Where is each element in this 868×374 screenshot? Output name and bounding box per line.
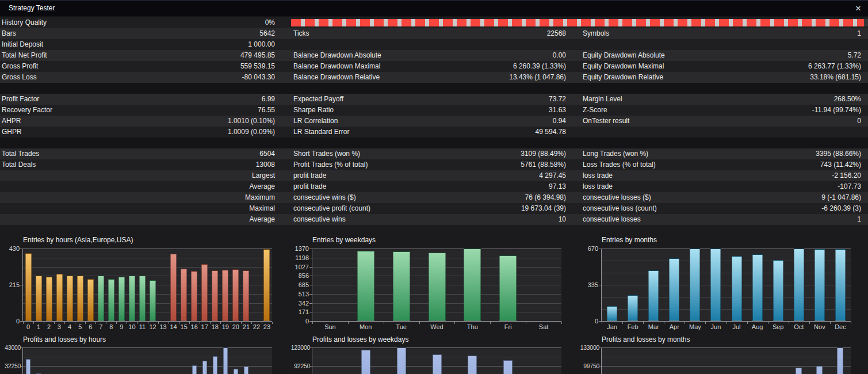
bar-3	[56, 274, 63, 321]
stat-value: 33.18% (681.15)	[700, 72, 861, 83]
stat-value: 1	[700, 28, 861, 39]
stat-label: profit trade	[293, 170, 326, 181]
stats-block-gap	[0, 138, 868, 148]
bar-18	[213, 356, 217, 374]
x-axis-label: 10	[127, 323, 137, 330]
x-axis-label: Aug	[747, 323, 768, 330]
bar-Fri	[499, 255, 517, 321]
bar-Wed	[433, 354, 442, 374]
stat-label: consecutive profit (count)	[293, 203, 370, 214]
x-axis-label: 7	[95, 323, 106, 330]
y-axis-label: 123000	[289, 344, 310, 351]
x-axis-label: Mon	[348, 323, 384, 330]
y-axis-tick	[309, 366, 312, 367]
stat-label: consecutive loss (count)	[583, 203, 657, 214]
y-axis-label: 1198	[289, 254, 309, 261]
chart-title: Profits and losses by hours	[23, 335, 106, 344]
x-axis-label: May	[685, 323, 705, 330]
bar-Apr	[669, 258, 679, 321]
y-axis-tick	[309, 285, 312, 285]
bar-0	[26, 359, 30, 374]
x-axis-tick	[272, 322, 273, 324]
x-axis-label: 3	[54, 323, 64, 330]
stat-label: loss trade	[583, 170, 613, 181]
stat-value: 31.63	[405, 105, 566, 116]
bar-Wed	[429, 253, 446, 321]
chart-gridline	[312, 249, 561, 249]
x-axis-label: 0	[23, 323, 33, 330]
chart-gridline	[602, 297, 851, 297]
stat-label: GHPR	[2, 127, 22, 138]
stat-value: 22568	[405, 28, 566, 39]
stat-value: 3109 (88.49%)	[405, 148, 566, 159]
bar-Sep	[773, 260, 783, 321]
stat-value: -6 260.39 (3)	[700, 203, 861, 214]
chart-gridline	[23, 348, 272, 348]
chart-gridline	[23, 366, 272, 367]
charts-area: Entries by hours (Asia,Europe,USA)021543…	[0, 225, 868, 374]
stats-row: GHPR1.0009 (0.09%)LR Standard Error49 59…	[0, 127, 868, 138]
stat-value: 0.00	[405, 50, 566, 61]
title-bar[interactable]: Strategy Tester ×	[0, 0, 868, 16]
stats-table: History Quality0%Bars5642Ticks22568Symbo…	[0, 16, 868, 225]
stat-value: 6 260.39 (1.33%)	[405, 61, 566, 72]
bar-Dec	[837, 348, 843, 374]
chart-y-axis	[601, 348, 602, 374]
stat-value: Largest	[160, 170, 275, 181]
stat-value: Maximal	[160, 203, 275, 214]
bar-Jul	[732, 256, 742, 321]
y-axis-label: 0	[579, 318, 598, 325]
bar-4	[67, 276, 73, 321]
stat-label: Profit Trades (% of total)	[293, 159, 368, 170]
stat-label: Balance Drawdown Relative	[293, 72, 380, 83]
stat-label: Gross Loss	[2, 72, 37, 83]
chart-gridline	[23, 249, 272, 249]
bar-11	[139, 276, 146, 321]
stats-row: Initial Deposit1 000.00	[0, 39, 868, 50]
stat-label: Total Net Profit	[2, 50, 47, 61]
stat-label: Margin Level	[583, 94, 622, 105]
y-axis-label: 1370	[289, 245, 309, 252]
history-quality-bar-end	[864, 19, 868, 26]
stat-label: LR Standard Error	[293, 127, 349, 138]
stat-value: -11.94 (99.74%)	[700, 105, 861, 116]
stat-label: consecutive wins ($)	[293, 192, 356, 203]
history-quality-bar	[291, 19, 864, 26]
chart-gridline	[602, 357, 851, 357]
bar-21	[244, 367, 248, 374]
chart-gridline	[602, 273, 851, 273]
window-title: Strategy Tester	[9, 4, 55, 12]
chart-gridline	[23, 267, 272, 268]
stat-label: LR Correlation	[293, 116, 338, 127]
bar-Thu	[468, 356, 477, 374]
bar-Nov	[815, 249, 825, 321]
stats-row: Averageconsecutive wins10consecutive los…	[0, 214, 868, 225]
bar-23	[263, 249, 270, 321]
bar-18	[212, 270, 218, 321]
bar-May	[690, 249, 700, 321]
y-axis-tick	[599, 285, 601, 285]
stats-block-gap	[0, 83, 868, 94]
chart-gridline	[312, 321, 561, 322]
stats-row: Bars5642Ticks22568Symbols1	[0, 28, 868, 39]
bar-0	[25, 253, 32, 321]
y-axis-label: 32250	[0, 362, 21, 369]
chart-entries-by-hours-asia-europe-usa: Entries by hours (Asia,Europe,USA)021543…	[0, 230, 289, 334]
stat-value: 0%	[160, 17, 275, 28]
x-axis-label: 2	[44, 323, 54, 330]
x-axis-label: 9	[116, 323, 127, 330]
stat-value: 268.50%	[700, 94, 861, 105]
x-axis-label: Thu	[454, 323, 490, 330]
x-axis-label: Nov	[809, 323, 830, 330]
close-icon[interactable]: ×	[852, 1, 865, 16]
stat-value: 6 263.77 (1.33%)	[700, 61, 861, 72]
stat-value: 6504	[160, 148, 275, 159]
bar-7	[98, 276, 104, 321]
bar-Mar	[648, 270, 659, 321]
x-axis-label: Dec	[830, 323, 851, 330]
stat-value: Average	[160, 181, 275, 192]
bar-2	[46, 277, 52, 321]
y-axis-tick	[309, 294, 312, 295]
y-axis-label: 685	[289, 281, 309, 288]
bar-15	[181, 269, 187, 321]
